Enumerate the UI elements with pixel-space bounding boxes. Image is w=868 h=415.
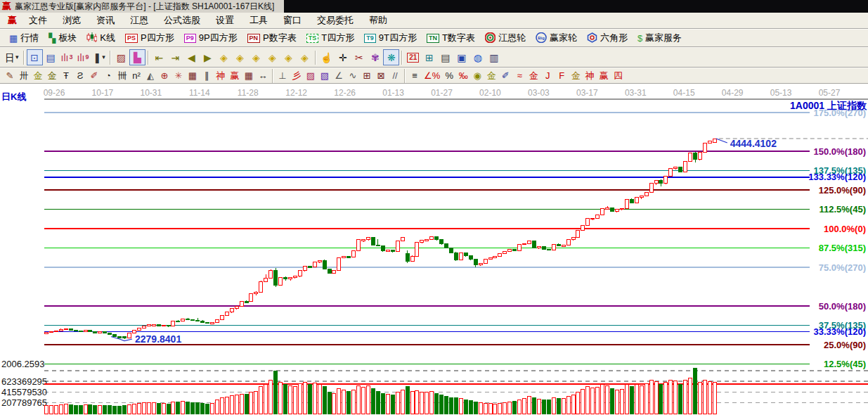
vertical-anchor-tool[interactable]: ⊥ — [276, 69, 290, 82]
menu-item-0[interactable]: 文件 — [21, 13, 55, 28]
ying-angle-tool[interactable]: 赢 — [597, 69, 611, 82]
next-bar-button[interactable]: ▶ — [200, 49, 216, 65]
sectors-button[interactable]: ▚板块 — [44, 31, 82, 45]
crosshair-button[interactable]: ✛ — [335, 49, 351, 65]
grid-ticks-tool[interactable]: 卅 — [17, 69, 31, 82]
candle-body — [689, 153, 692, 162]
ying-tool[interactable]: 赢 — [228, 69, 242, 82]
gold-section-tool[interactable]: 金 — [31, 69, 45, 82]
period-day-dropdown[interactable]: 日▾ — [3, 49, 21, 65]
menu-item-5[interactable]: 设置 — [208, 13, 242, 28]
winner-wheel-button[interactable]: Big赢家轮 — [531, 31, 582, 45]
save-button[interactable]: ▣ — [453, 49, 469, 65]
starburst-tool[interactable]: ✳ — [171, 69, 186, 82]
menu-item-8[interactable]: 交易委托 — [309, 13, 361, 28]
volume-bar — [708, 381, 711, 414]
p-square-button[interactable]: PSP四方形 — [120, 31, 179, 45]
box-fan2-tool[interactable]: ▧ — [318, 69, 332, 82]
ruler-tool[interactable]: 卌 — [115, 69, 129, 82]
zoom-in-x-button[interactable]: ◈ — [248, 49, 264, 65]
first-bar-button[interactable]: ⇤ — [151, 49, 167, 65]
network-button[interactable]: ◍ — [469, 49, 486, 65]
measure-button[interactable]: ✂ — [351, 49, 367, 65]
gann-fan-tool[interactable]: 彡 — [290, 69, 304, 82]
j-angle-tool[interactable]: J — [540, 69, 555, 82]
p-number-table-button[interactable]: PNP数字表 — [242, 31, 302, 45]
kline-button[interactable]: K线 — [82, 31, 120, 45]
annotate-arrow-tool[interactable]: ✐ — [498, 69, 512, 82]
prev-bar-button[interactable]: ◀ — [183, 49, 200, 65]
menu-item-9[interactable]: 帮助 — [361, 13, 395, 28]
menu-item-4[interactable]: 公式选股 — [156, 13, 208, 28]
fit-all-button[interactable]: ◈ — [297, 49, 313, 65]
pan-right-button[interactable]: ◈ — [232, 49, 248, 65]
grid-b-tool[interactable]: ⊠ — [374, 69, 388, 82]
calculator-button[interactable]: ⊞ — [421, 49, 437, 65]
n-square-tool[interactable]: n² — [129, 69, 143, 82]
last-bar-button[interactable]: ⇥ — [167, 49, 183, 65]
gann-wheel-button[interactable]: 江恩轮 — [480, 31, 531, 45]
span-measure-tool[interactable]: ↔ — [256, 69, 270, 82]
color-bars-button[interactable]: ▙ — [129, 49, 145, 65]
grid-a-tool[interactable]: ⊞ — [360, 69, 374, 82]
remote-pc-button[interactable]: ▥ — [486, 49, 502, 65]
channel-tool[interactable]: ≈ — [512, 69, 526, 82]
t-square-button[interactable]: TST四方形 — [302, 31, 359, 45]
golden-circle-tool[interactable]: ◉ — [470, 69, 484, 82]
fib-tool[interactable]: Ŧ — [59, 69, 73, 82]
shen-angle-tool[interactable]: 神 — [583, 69, 597, 82]
grid-box-tool[interactable]: ▦ — [186, 69, 200, 82]
menu-item-6[interactable]: 工具 — [242, 13, 276, 28]
wave-tool[interactable]: ∿ — [346, 69, 360, 82]
gold-angle-tool[interactable]: 金 — [526, 69, 540, 82]
permille-lines-tool[interactable]: ‰ — [456, 69, 470, 82]
box-fan-tool[interactable]: ▨ — [304, 69, 318, 82]
drag-hand-button[interactable]: ☝ — [318, 49, 335, 65]
gold-angle2-tool[interactable]: 金 — [569, 69, 583, 82]
time-cycle-tool[interactable]: ◔ — [101, 69, 115, 82]
zoom-chart-button[interactable]: ⊡ — [27, 49, 43, 65]
pencil-tool[interactable]: ✎ — [3, 69, 17, 82]
smart-select-button[interactable]: ❋ — [383, 49, 399, 65]
menu-item-1[interactable]: 浏览 — [55, 13, 89, 28]
percent-fan-tool[interactable]: ∠% — [422, 69, 442, 82]
t-number-table-button[interactable]: TNT数字表 — [422, 31, 480, 45]
memo-button[interactable]: ▤ — [437, 49, 453, 65]
date-tick-label: 03-31 — [625, 88, 647, 98]
quotes-button[interactable]: ▦行情 — [4, 31, 44, 45]
mirror-tool[interactable]: ◭ — [143, 69, 157, 82]
9t-square-button[interactable]: T99T四方形 — [359, 31, 422, 45]
zoom-out-x-button[interactable]: ◈ — [264, 49, 280, 65]
trend-angle-tool[interactable]: ∠ — [332, 69, 346, 82]
bars9-button[interactable]: ılı9 — [75, 49, 91, 65]
menu-item-2[interactable]: 资讯 — [89, 13, 122, 28]
parallel-lines-tool[interactable]: // — [388, 69, 402, 82]
candle-style-dropdown[interactable]: ❚▾ — [91, 49, 108, 65]
menu-item-3[interactable]: 江恩 — [122, 13, 156, 28]
f-angle-tool[interactable]: F — [555, 69, 569, 82]
page-setup-button[interactable]: ▨ — [113, 49, 129, 65]
brush-tool[interactable]: ✐ — [87, 69, 101, 82]
gold-box-tool[interactable]: 金 — [45, 69, 59, 82]
price-ladder-tool[interactable]: ≡ — [408, 69, 422, 82]
pan-left-button[interactable]: ◈ — [216, 49, 232, 65]
winner-service-button[interactable]: $赢家服务 — [633, 31, 687, 45]
expand-button[interactable]: ◈ — [280, 49, 297, 65]
golden-lines-tool[interactable]: 金 — [484, 69, 498, 82]
four-angle-tool[interactable]: 四 — [611, 69, 625, 82]
spiral-tool[interactable]: Ƨ — [73, 69, 87, 82]
calendar-21-button[interactable]: 21 — [405, 49, 421, 65]
hexagon-button[interactable]: 六角形 — [582, 31, 633, 45]
circle-cross-tool[interactable]: ⊕ — [157, 69, 171, 82]
chart-canvas[interactable]: 09-2610-1710-3111-1411-2812-1212-2601-13… — [0, 86, 868, 415]
gann-shape-button[interactable]: ✾ — [367, 49, 383, 65]
menu-item-7[interactable]: 窗口 — [276, 13, 309, 28]
9p-square-button[interactable]: P99P四方形 — [179, 31, 242, 45]
pair-lines-tool[interactable]: ∥ — [200, 69, 214, 82]
candle-body — [415, 242, 419, 256]
grid-123-tool[interactable]: ▦ — [242, 69, 256, 82]
shen-tool[interactable]: 神 — [214, 69, 228, 82]
f10-info-button[interactable]: ▤ — [43, 49, 59, 65]
percent-tool[interactable]: % — [442, 69, 456, 82]
bars3-button[interactable]: ılı3 — [59, 49, 75, 65]
